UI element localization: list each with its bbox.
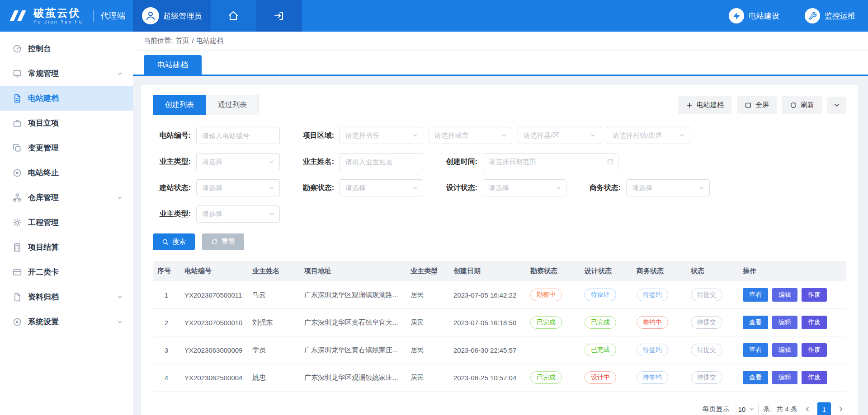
table-row: 2 YX2023070500010 刘强东 广东深圳龙华区黄石镇皇官大... 居… [153,309,846,336]
status-badge: 待提交 [691,316,722,329]
page-number-1[interactable]: 1 [817,402,831,415]
sidebar-item-engineering-mgmt[interactable]: 工程管理 [0,210,133,235]
cell-owner-type: 居民 [406,364,449,392]
home-button[interactable] [211,0,256,32]
table-row: 4 YX2023062500004 姚忠 广东深圳龙华区观澜镇姚家庄... 居民… [153,364,846,392]
edit-button[interactable]: 编辑 [772,343,797,357]
reset-button[interactable]: 重置 [202,233,244,250]
filter-label-survey-status: 勘察状态: [296,183,334,193]
sidebar-item-archive[interactable]: 资料归档 [0,284,133,309]
sidebar-item-station-filing[interactable]: 电站建档 [0,86,133,111]
quick-link-label: 电站建设 [749,11,779,21]
edit-button[interactable]: 编辑 [772,288,797,302]
cell-index: 2 [153,309,180,336]
page-tab-station-filing[interactable]: 电站建档 [144,55,202,75]
next-page-button[interactable] [835,404,846,415]
sidebar-item-console[interactable]: 控制台 [0,36,133,61]
logout-button[interactable] [256,0,302,32]
total-count: 共 4 条 [776,405,797,414]
sidebar-item-type2-card[interactable]: 开二类卡 [0,260,133,284]
quick-link-monitor-ops[interactable]: 监控运维 [805,0,855,32]
prev-page-button[interactable] [802,404,813,415]
filter-label-build-status: 建站状态: [153,183,191,193]
edit-button[interactable]: 编辑 [772,316,797,329]
sidebar-item-project-settlement[interactable]: 项目结算 [0,235,133,260]
survey-status-select[interactable]: 请选择 [340,179,423,196]
refresh-button[interactable]: 刷新 [782,96,822,114]
void-button[interactable]: 作废 [802,371,827,384]
create-station-button[interactable]: 电站建档 [678,96,731,114]
main-content: 当前位置: 首页 / 电站建档 电站建档 创建列表 通过列表 [133,32,868,415]
cell-address: 广东深圳龙华区观澜镇观湖路... [300,281,406,309]
tab-passed-list[interactable]: 通过列表 [206,95,259,115]
view-button[interactable]: 查看 [743,316,768,329]
city-select[interactable]: 请选择城市 [429,127,512,144]
sidebar-item-station-termination[interactable]: 电站终止 [0,160,133,185]
cell-station-no: YX2023062500004 [180,364,248,392]
design-status-select[interactable]: 请选择 [483,179,566,196]
collapse-toolbar-button[interactable] [827,97,846,114]
void-button[interactable]: 作废 [802,316,827,329]
filter-label-owner-type2: 业主类型: [153,210,191,219]
chevron-right-icon [837,406,844,413]
create-time-range-input[interactable]: 请选择日期范围 [483,153,618,170]
owner-name-input[interactable] [340,153,423,170]
build-status-select[interactable]: 请选择 [196,179,280,196]
business-status-select[interactable]: 请选择 [626,179,710,196]
province-select[interactable]: 请选择省份 [340,127,423,144]
sidebar-item-warehouse-mgmt[interactable]: 仓库管理 [0,185,133,210]
brand-text: 破茧云伏 Po Jian Yun Fu [33,7,83,25]
cell-owner-name: 姚忠 [248,364,300,392]
work-area: 创建列表 通过列表 电站建档 全屏 [133,76,868,415]
sidebar-item-general-mgmt[interactable]: 常规管理 [0,61,133,86]
filter-label-owner-type: 业主类型: [153,157,191,167]
sitemap-icon [13,193,22,202]
station-no-input[interactable] [196,127,280,144]
cell-owner-type: 居民 [406,281,449,309]
breadcrumb-home-link[interactable]: 首页 [175,37,189,45]
county-select[interactable]: 请选择县/区 [518,127,601,144]
top-header: 破茧云伏 Po Jian Yun Fu 代理端 超级管理员 电站建设 [0,0,868,32]
view-button[interactable]: 查看 [743,343,768,357]
chevron-down-icon [698,185,705,191]
user-name: 超级管理员 [164,11,202,21]
chevron-down-icon [679,132,685,139]
chevron-down-icon [117,195,123,201]
cell-index: 4 [153,364,180,392]
filter-form: 电站编号: 项目区域: 请选择省份 [153,127,846,223]
filter-label-owner-name: 业主姓名: [296,157,334,167]
view-button[interactable]: 查看 [743,288,768,302]
cell-owner-type: 居民 [406,336,449,364]
void-button[interactable]: 作废 [802,343,827,357]
header-spacer [302,0,729,32]
briefcase-icon [13,119,22,128]
sidebar-item-project-approval[interactable]: 项目立项 [0,111,133,135]
page-size-select[interactable]: 10 [734,403,759,415]
tab-create-list[interactable]: 创建列表 [153,95,206,115]
per-page-suffix: 条, [763,405,772,414]
edit-button[interactable]: 编辑 [772,371,797,384]
business-status-badge: 待签约 [637,344,668,356]
user-menu[interactable]: 超级管理员 [133,0,211,32]
owner-type2-select[interactable]: 请选择 [196,205,280,223]
chevron-down-icon [412,132,418,139]
station-table: 序号 电站编号 业主姓名 项目地址 业主类型 创建日期 勘察状态 设计状态 商务… [153,261,846,392]
archive-icon [13,293,22,302]
reset-icon [211,238,218,245]
panel-card: 创建列表 通过列表 电站建档 全屏 [141,85,858,415]
owner-type-select[interactable]: 请选择 [196,153,280,170]
logout-icon [274,10,284,21]
void-button[interactable]: 作废 [802,288,827,302]
quick-link-station-build[interactable]: 电站建设 [729,0,779,32]
chevron-left-icon [804,406,811,413]
per-page-label: 每页显示 [702,405,729,414]
breadcrumb-current: 电站建档 [196,37,223,45]
sidebar-item-system-settings[interactable]: 系统设置 [0,309,133,334]
chevron-down-icon [269,185,275,191]
view-button[interactable]: 查看 [743,371,768,384]
sidebar-item-change-mgmt[interactable]: 变更管理 [0,135,133,160]
village-select[interactable]: 请选择村镇/街道 [607,127,690,144]
search-button[interactable]: 搜索 [153,233,195,250]
brand-subtitle: Po Jian Yun Fu [33,20,83,25]
fullscreen-button[interactable]: 全屏 [737,96,777,114]
